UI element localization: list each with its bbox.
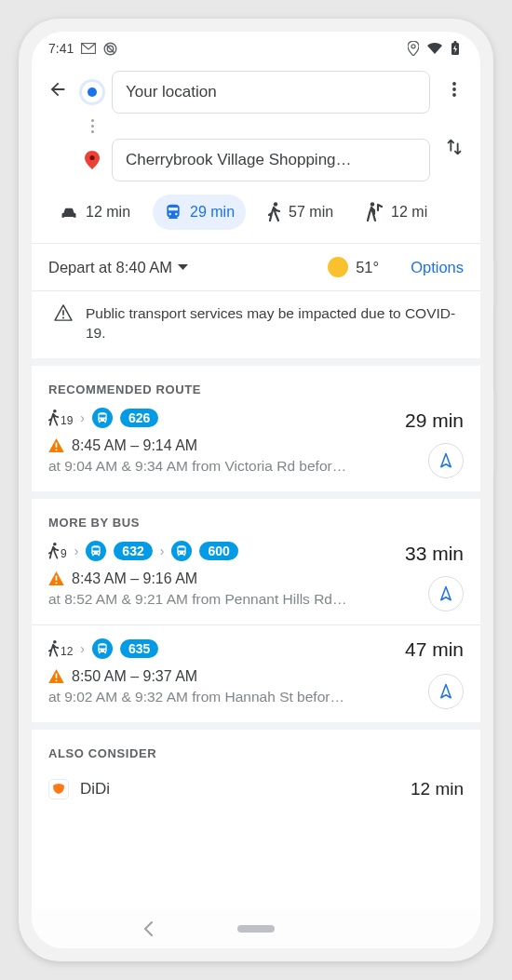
section-header-more-bus: MORE BY BUS (32, 499, 480, 539)
phone-frame: 7:41 (19, 19, 493, 961)
svg-point-23 (56, 680, 58, 682)
mode-tab-label: 57 min (289, 204, 333, 221)
route-time-range: 8:45 AM – 9:14 AM (72, 437, 197, 454)
device-back-button[interactable] (142, 921, 154, 936)
destination-input[interactable]: Cherrybrook Village Shopping… (112, 139, 430, 181)
rideshare-option[interactable]: DiDi 12 min (32, 770, 480, 818)
sun-icon (328, 257, 348, 277)
svg-rect-6 (454, 41, 457, 44)
train-icon (164, 203, 182, 222)
phone-side-button (493, 261, 497, 307)
didi-icon (48, 779, 69, 799)
phone-side-button (493, 391, 497, 475)
svg-point-14 (62, 316, 64, 318)
bus-icon (86, 541, 106, 561)
alert-banner-text: Public transport services may be impacte… (86, 304, 458, 343)
svg-point-7 (89, 155, 94, 160)
status-time: 7:41 (48, 41, 74, 56)
map-pin-icon (82, 151, 102, 169)
svg-point-17 (56, 450, 58, 451)
svg-point-8 (452, 82, 456, 86)
chevron-down-icon (178, 264, 188, 271)
chevron-right-icon: › (80, 641, 85, 656)
mode-tab-transit[interactable]: 29 min (153, 195, 246, 230)
svg-point-18 (53, 543, 57, 546)
dnd-icon (103, 42, 117, 56)
chevron-right-icon: › (80, 410, 85, 425)
chevron-right-icon: › (160, 544, 165, 558)
walk-segment: 19 (48, 409, 73, 427)
bus-icon (171, 541, 192, 561)
start-navigation-button[interactable] (428, 576, 464, 611)
battery-icon (451, 41, 460, 56)
route-connector-dots (82, 117, 102, 135)
temperature: 51° (356, 259, 379, 276)
svg-point-12 (371, 202, 374, 206)
device-nav-bar (32, 909, 480, 948)
mode-tab-drive[interactable]: 12 min (48, 195, 141, 230)
location-icon (408, 41, 419, 56)
device-home-pill[interactable] (237, 925, 275, 933)
weather-widget: 51° (328, 257, 379, 277)
bus-route-badge: 635 (120, 639, 158, 658)
route-summary-line: 9 › 632 › 600 (48, 541, 464, 561)
route-card[interactable]: 9 › 632 › 600 33 min 8:43 AM – 9:16 AM (32, 539, 480, 625)
route-next-departures: at 8:52 AM & 9:21 AM from Pennant Hills … (48, 591, 464, 608)
wifi-icon (426, 42, 443, 55)
options-button[interactable]: Options (411, 259, 464, 276)
rideshare-option-time: 12 min (411, 779, 464, 799)
screen: 7:41 (32, 32, 480, 948)
alert-icon (48, 669, 64, 683)
more-menu-button[interactable] (436, 71, 473, 108)
chevron-right-icon: › (74, 544, 79, 558)
walk-segment: 12 (48, 639, 73, 658)
bus-route-badge: 600 (199, 542, 237, 560)
svg-point-15 (53, 409, 57, 413)
back-button[interactable] (39, 71, 76, 108)
alert-icon (48, 571, 64, 585)
depart-time-dropdown[interactable]: Depart at 8:40 AM (48, 259, 188, 276)
depart-bar: Depart at 8:40 AM 51° Options (32, 244, 480, 291)
walk-icon (268, 202, 281, 222)
swap-button[interactable] (436, 128, 473, 166)
route-next-departures: at 9:02 AM & 9:32 AM from Hannah St befo… (48, 689, 464, 705)
car-icon (60, 204, 78, 221)
route-card[interactable]: 19 › 626 29 min 8:45 AM – 9:14 AM at 9:0… (32, 406, 480, 499)
svg-point-21 (53, 640, 57, 644)
bus-icon (92, 408, 113, 428)
start-navigation-button[interactable] (428, 674, 464, 709)
bus-route-badge: 626 (120, 409, 158, 427)
walk-segment: 9 (48, 542, 67, 560)
start-navigation-button[interactable] (428, 443, 464, 478)
mode-tabs: 12 min 29 min 57 min 12 mi (32, 181, 480, 244)
route-time-range: 8:50 AM – 9:37 AM (72, 668, 197, 685)
mode-tab-label: 12 mi (391, 204, 427, 221)
svg-point-10 (452, 93, 456, 97)
mode-tab-walk[interactable]: 57 min (257, 195, 344, 230)
warning-icon (54, 304, 73, 343)
walk-minutes: 19 (61, 414, 73, 427)
section-header-recommended: RECOMMENDED ROUTE (32, 366, 480, 406)
svg-point-9 (452, 87, 456, 91)
mode-tab-label: 29 min (190, 204, 235, 221)
alert-icon (48, 438, 64, 452)
route-duration: 29 min (405, 409, 464, 432)
mode-tab-rideshare[interactable]: 12 mi (356, 195, 438, 230)
rideshare-icon (367, 202, 384, 222)
route-duration: 33 min (405, 543, 464, 565)
origin-input[interactable]: Your location (112, 71, 430, 114)
svg-point-20 (56, 583, 58, 584)
depart-label: Depart at 8:40 AM (48, 259, 172, 276)
gmail-icon (81, 43, 96, 54)
walk-minutes: 12 (61, 645, 73, 658)
mode-tab-label: 12 min (86, 204, 130, 221)
route-duration: 47 min (405, 638, 464, 661)
rideshare-option-label: DiDi (80, 780, 110, 799)
route-card[interactable]: 12 › 635 47 min 8:50 AM – 9:37 AM at 9:0… (32, 625, 480, 730)
directions-header: Your location Cherrybrook Village Shoppi… (32, 65, 480, 181)
svg-point-11 (274, 202, 277, 206)
bus-route-badge: 632 (114, 542, 152, 560)
section-header-also-consider: ALSO CONSIDER (32, 730, 480, 770)
svg-point-4 (411, 45, 415, 48)
route-summary-line: 12 › 635 (48, 638, 464, 659)
